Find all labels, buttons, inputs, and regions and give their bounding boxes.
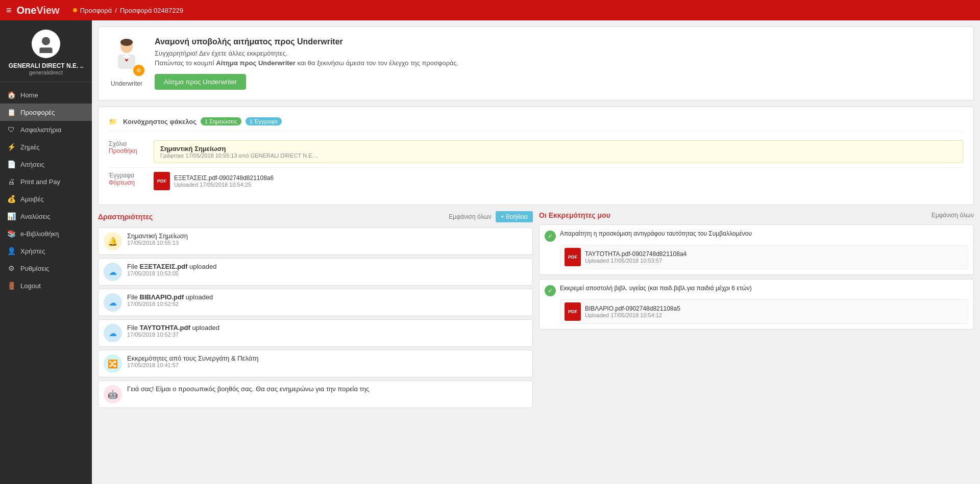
shared-folder-title: Κοινόχρηστος φάκελος (123, 118, 197, 125)
sidebar-label-aitiseis: Αιτήσεις (20, 161, 44, 168)
activities-title: Δραστηριότητες (98, 213, 153, 221)
hamburger-menu-icon[interactable]: ≡ (6, 5, 12, 16)
sidebar-label-home: Home (20, 91, 38, 99)
shared-folder-header: 📁 Κοινόχρηστος φάκελος 1 Σημειώσεις 1 Έγ… (109, 117, 963, 131)
notes-content: Σημαντική Σημείωση Γράφτηκε 17/05/2018 1… (154, 140, 963, 163)
docs-label-area: Έγγραφα Φόρτωση (109, 172, 150, 190)
docs-content: PDF ΕΞΕΤΑΣΕΙΣ.pdf-0902748d821108a6 Uploa… (154, 172, 963, 190)
act-title: File ΕΞΕΤΑΣΕΙΣ.pdf uploaded (127, 263, 216, 270)
activities-show-all[interactable]: Εμφάνιση όλων (449, 213, 491, 220)
activity-text-upload3: File ΤΑΥΤΟΤΗΤΑ.pdf uploaded 17/05/2018 1… (127, 324, 219, 338)
file-name: ΕΞΕΤΑΣΕΙΣ.pdf-0902748d821108a6 (174, 174, 274, 182)
underwriter-label: Underwriter (111, 80, 142, 87)
docs-upload-link[interactable]: Φόρτωση (109, 179, 150, 186)
sidebar-item-xristies[interactable]: 👤 Χρήστες (0, 242, 92, 260)
main-content: ⚙ Underwriter Αναμονή υποβολής αιτήματος… (92, 20, 980, 484)
act-title: File ΤΑΥΤΟΤΗΤΑ.pdf uploaded (127, 324, 219, 332)
activity-text-upload2: File ΒΙΒΛΑΡΙΟ.pdf uploaded 17/05/2018 10… (127, 293, 213, 307)
activity-icon-upload3: ☁ (104, 324, 122, 342)
svg-point-0 (42, 37, 50, 45)
svg-rect-1 (39, 47, 52, 53)
breadcrumb: Προσφορά / Προσφορά 02487229 (73, 7, 183, 14)
logo-one: One (17, 5, 37, 16)
amoives-icon: 💰 (7, 195, 15, 203)
sidebar-item-e-vivliothiki[interactable]: 📚 e-Βιβλιοθήκη (0, 225, 92, 242)
activity-item: ☁ File ΒΙΒΛΑΡΙΟ.pdf uploaded 17/05/2018 … (98, 289, 533, 316)
sidebar-item-aitiseis[interactable]: 📄 Αιτήσεις (0, 156, 92, 173)
sidebar-item-print-pay[interactable]: 🖨 Print and Pay (0, 173, 92, 190)
activity-text-note: Σημαντική Σημείωση 17/05/2018 10:55:13 (127, 232, 188, 246)
underwriter-figure: ⚙ Underwriter (109, 37, 144, 87)
underwriter-card: ⚙ Underwriter Αναμονή υποβολής αιτήματος… (98, 27, 974, 100)
breadcrumb-part2: Προσφορά 02487229 (120, 7, 183, 14)
notes-label: Σχόλια (109, 140, 150, 147)
logo-view: View (36, 5, 59, 16)
act-time: 17/05/2018 10:41:57 (127, 362, 259, 368)
sidebar-item-zimies[interactable]: ⚡ Ζημιές (0, 138, 92, 156)
pending-file-name: ΤΑΥΤΟΤΗΤΑ.pdf-0902748d821108a4 (585, 250, 687, 258)
sidebar-item-asfalisteria[interactable]: 🛡 Ασφαλιστήρια (0, 121, 92, 138)
activity-text-bot: Γειά σας! Είμαι ο προσωπικός βοηθός σας.… (127, 385, 369, 393)
shared-folder-card: 📁 Κοινόχρηστος φάκελος 1 Σημειώσεις 1 Έγ… (98, 107, 974, 205)
sidebar-item-amoives[interactable]: 💰 Αμοιβές (0, 190, 92, 208)
pending-item-header: ✓ Εκκρεμεί αποστολή βιβλ. υγείας (και πα… (545, 285, 968, 296)
act-title: Γειά σας! Είμαι ο προσωπικός βοηθός σας.… (127, 385, 369, 393)
file-sub: Uploaded 17/05/2018 10:54:25 (174, 182, 274, 188)
sidebar-subname: generalidirect (29, 69, 63, 75)
badge-docs: 1 Έγγραφα (246, 117, 282, 125)
act-title: Σημαντική Σημείωση (127, 232, 188, 240)
act-time: 17/05/2018 10:52:37 (127, 332, 219, 338)
help-button[interactable]: + Βοήθεια (496, 211, 533, 222)
underwriter-submit-button[interactable]: Αίτημα προς Underwriter (155, 74, 246, 90)
folder-icon: 📁 (109, 118, 117, 125)
sidebar-label-amoives: Αμοιβές (20, 195, 44, 203)
sidebar-item-logout[interactable]: 🚪 Logout (0, 277, 92, 294)
activities-header: Δραστηριότητες Εμφάνιση όλων + Βοήθεια (98, 211, 533, 222)
activity-icon-upload1: ☁ (104, 263, 122, 281)
sidebar-label-logout: Logout (20, 282, 41, 290)
pending-file-info: ΒΙΒΛΑΡΙΟ.pdf-0902748d821108a5 Uploaded 1… (585, 305, 680, 318)
sidebar-item-prosfores[interactable]: 📋 Προσφορές (0, 104, 92, 121)
sidebar-username: GENERALI DIRECT N.E. .. (9, 62, 84, 69)
shared-folder-notes-row: Σχόλια Προσθήκη Σημαντική Σημείωση Γράφτ… (109, 136, 963, 167)
breadcrumb-part1: Προσφορά (80, 7, 112, 14)
underwriter-badge: ⚙ (133, 65, 144, 76)
sidebar-label-e-vivliothiki: e-Βιβλιοθήκη (20, 230, 59, 238)
sidebar-label-prosfores: Προσφορές (20, 109, 55, 116)
pending-show-all[interactable]: Εμφάνιση όλων (932, 212, 974, 219)
pending-file-name: ΒΙΒΛΑΡΙΟ.pdf-0902748d821108a5 (585, 305, 680, 312)
sidebar-item-rythmiseis[interactable]: ⚙ Ρυθμίσεις (0, 260, 92, 277)
check-circle-icon: ✓ (545, 285, 556, 296)
act-title: Εκκρεμότητες από τους Συνεργάτη & Πελάτη (127, 354, 259, 362)
sidebar-label-asfalisteria: Ασφαλιστήρια (20, 126, 61, 134)
logo: OneView (17, 5, 60, 16)
pending-item: ✓ Εκκρεμεί αποστολή βιβλ. υγείας (και πα… (539, 279, 974, 329)
act-title: File ΒΙΒΛΑΡΙΟ.pdf uploaded (127, 293, 213, 301)
activity-item: ☁ File ΕΞΕΤΑΣΕΙΣ.pdf uploaded 17/05/2018… (98, 258, 533, 286)
notes-add-link[interactable]: Προσθήκη (109, 147, 150, 155)
svg-point-3 (120, 39, 133, 46)
check-circle-icon: ✓ (545, 231, 556, 242)
underwriter-avatar: ⚙ (109, 37, 144, 78)
pending-file-info: ΤΑΥΤΟΤΗΤΑ.pdf-0902748d821108a4 Uploaded … (585, 250, 687, 264)
zimies-icon: ⚡ (7, 143, 15, 151)
sidebar-item-home[interactable]: 🏠 Home (0, 86, 92, 104)
pending-item-header: ✓ Απαραίτητη η προσκόμιση αντιγράφου ταυ… (545, 230, 968, 242)
act-time: 17/05/2018 10:55:13 (127, 240, 188, 246)
underwriter-title: Αναμονή υποβολής αιτήματος προς Underwri… (155, 37, 459, 46)
aitiseis-icon: 📄 (7, 160, 15, 168)
library-icon: 📚 (7, 230, 15, 238)
status-dot (73, 8, 77, 12)
print-icon: 🖨 (7, 177, 15, 186)
shield-icon: 🛡 (7, 125, 15, 134)
activity-item: 🔀 Εκκρεμότητες από τους Συνεργάτη & Πελά… (98, 350, 533, 377)
activity-text-upload1: File ΕΞΕΤΑΣΕΙΣ.pdf uploaded 17/05/2018 1… (127, 263, 216, 276)
pending-title: Οι Εκκρεμότητες μου (539, 211, 610, 219)
activity-icon-ekkremetites: 🔀 (104, 354, 122, 373)
home-icon: 🏠 (7, 91, 15, 99)
settings-icon: ⚙ (7, 264, 15, 272)
sidebar-item-analysis[interactable]: 📊 Αναλύσεις (0, 208, 92, 225)
sidebar: GENERALI DIRECT N.E. .. generalidirect 🏠… (0, 20, 92, 484)
sidebar-label-zimies: Ζημιές (20, 143, 40, 151)
activity-item: ☁ File ΤΑΥΤΟΤΗΤΑ.pdf uploaded 17/05/2018… (98, 319, 533, 347)
